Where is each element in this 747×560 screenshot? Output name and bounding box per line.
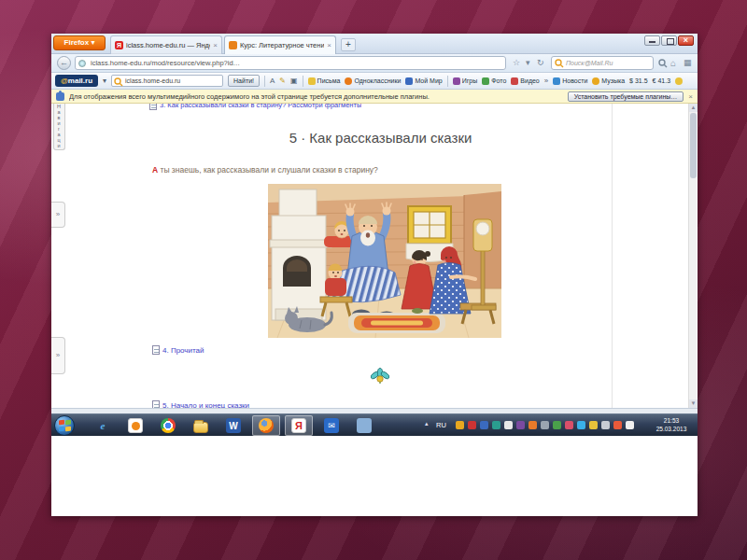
tray-icon[interactable] bbox=[601, 421, 610, 429]
language-indicator[interactable]: RU bbox=[436, 421, 446, 429]
scroll-down-icon[interactable]: ▼ bbox=[689, 399, 698, 408]
games-icon bbox=[453, 77, 460, 85]
lesson-link-3[interactable]: 3. Как рассказывали сказки в старину? Ра… bbox=[149, 104, 361, 111]
home-icon[interactable]: ⌂ bbox=[670, 57, 676, 69]
document-icon bbox=[149, 104, 157, 110]
question-rest: ты знаешь, как рассказывали и слушали ск… bbox=[158, 165, 378, 175]
taskbar-ie[interactable]: e bbox=[89, 415, 117, 436]
content-column-border bbox=[612, 104, 613, 408]
maximize-button[interactable] bbox=[661, 35, 677, 46]
close-button[interactable] bbox=[678, 35, 694, 46]
mailru-logo-text: mail.ru bbox=[68, 77, 92, 85]
chevron-down-icon[interactable]: ▾ bbox=[526, 57, 530, 69]
taskbar-mail[interactable]: ✉ bbox=[317, 415, 345, 436]
clock-date: 25.03.2013 bbox=[649, 425, 694, 433]
tray-icon[interactable] bbox=[492, 421, 500, 429]
separator bbox=[264, 76, 265, 87]
toolbar-item-moymir[interactable]: Мой Мир bbox=[405, 77, 442, 85]
usd-rate-label: $ 31.5 bbox=[629, 77, 647, 84]
more-icon[interactable]: » bbox=[544, 77, 548, 85]
tray-icon[interactable] bbox=[468, 421, 476, 429]
tab-course-page[interactable]: Курс: Литературное чтение. 3 класс… × bbox=[224, 35, 336, 54]
tab-yandex-search[interactable]: Я iclass.home-edu.ru — Яндекс: наш… × bbox=[110, 35, 222, 54]
back-icon[interactable]: ← bbox=[57, 56, 71, 70]
media-player-icon bbox=[128, 418, 143, 433]
taskbar-yandex[interactable]: Я bbox=[285, 415, 313, 436]
taskbar-firefox[interactable] bbox=[252, 415, 280, 436]
tray-icon[interactable] bbox=[613, 421, 622, 429]
tray-icon[interactable] bbox=[589, 421, 598, 429]
toolbar-item-letters[interactable]: Письма bbox=[308, 77, 341, 85]
scroll-up-icon[interactable]: ▲ bbox=[689, 104, 698, 112]
mailru-toolbar: @mail.ru ▾ iclass.home-edu.ru Найти! А ✎… bbox=[51, 73, 698, 90]
notification-text: Для отображения всего мультимедийного со… bbox=[69, 92, 563, 101]
eur-rate[interactable]: € 41.3 bbox=[653, 77, 670, 84]
flower-icon bbox=[371, 367, 389, 385]
windows-flag-icon bbox=[59, 420, 64, 426]
plugin-notification-bar: Для отображения всего мультимедийного со… bbox=[51, 90, 698, 104]
eur-rate-label: € 41.3 bbox=[653, 77, 670, 84]
vertical-scrollbar[interactable]: ▲ ▼ bbox=[688, 104, 697, 408]
toolbar-item-video[interactable]: Видео bbox=[511, 77, 539, 85]
go-search-icon[interactable] bbox=[658, 59, 668, 68]
close-icon[interactable]: × bbox=[688, 92, 693, 101]
panel-grid-icon[interactable]: ▦ bbox=[684, 57, 692, 69]
taskbar-chrome[interactable] bbox=[154, 415, 182, 436]
pencil-icon[interactable]: ✎ bbox=[279, 77, 286, 85]
bookmark-star-icon[interactable]: ☆ bbox=[513, 57, 520, 69]
toolbar-search-input[interactable]: iclass.home-edu.ru bbox=[111, 75, 223, 87]
show-hidden-icons[interactable]: ▴ bbox=[425, 420, 429, 427]
lesson-link-5[interactable]: 5. Начало и конец сказки bbox=[152, 400, 249, 408]
close-icon[interactable]: × bbox=[327, 41, 331, 49]
scrollbar-thumb[interactable] bbox=[690, 113, 697, 178]
url-text: iclass.home-edu.ru/mod/resource/view.php… bbox=[91, 59, 240, 67]
tray-icon[interactable] bbox=[529, 421, 537, 429]
find-button[interactable]: Найти! bbox=[228, 75, 260, 87]
minimize-button[interactable] bbox=[644, 35, 660, 46]
sidebar-expander[interactable]: » bbox=[51, 337, 65, 374]
lesson-link-4[interactable]: 4. Прочитай bbox=[152, 345, 204, 355]
tab-title: Курс: Литературное чтение. 3 класс… bbox=[240, 36, 324, 54]
taskbar-explorer[interactable] bbox=[187, 415, 215, 436]
toolbar-item-games[interactable]: Игры bbox=[453, 77, 478, 85]
url-bar[interactable]: iclass.home-edu.ru/mod/resource/view.php… bbox=[75, 56, 506, 70]
taskbar-app[interactable] bbox=[350, 415, 378, 436]
chevron-down-icon[interactable]: ▾ bbox=[103, 77, 106, 85]
mailru-logo[interactable]: @mail.ru bbox=[55, 75, 98, 87]
taskbar-media-player[interactable] bbox=[121, 415, 149, 436]
tray-icon[interactable] bbox=[456, 421, 464, 429]
tray-icon[interactable] bbox=[504, 421, 513, 429]
install-plugins-button[interactable]: Установить требуемые плагины… bbox=[568, 91, 684, 102]
separator bbox=[447, 76, 448, 87]
tray-icon[interactable] bbox=[577, 421, 585, 429]
tab-title: iclass.home-edu.ru — Яндекс: наш… bbox=[126, 36, 210, 54]
app-icon bbox=[357, 418, 372, 433]
toolbar-extra[interactable] bbox=[675, 77, 683, 85]
dock-navigation-tab[interactable]: Навигация bbox=[53, 104, 65, 150]
toolbar-item-photo[interactable]: Фото bbox=[482, 77, 506, 85]
taskbar-clock[interactable]: 21:53 25.03.2013 bbox=[649, 416, 694, 433]
tray-icon[interactable] bbox=[516, 421, 525, 429]
reload-icon[interactable]: ↻ bbox=[537, 57, 544, 69]
toolbar-item-odnoklassniki[interactable]: Одноклассники bbox=[345, 77, 401, 85]
globe-icon bbox=[78, 60, 86, 67]
toolbar-item-news[interactable]: Новости bbox=[553, 77, 587, 85]
tray-icon[interactable] bbox=[480, 421, 488, 429]
search-icon bbox=[555, 59, 564, 68]
firefox-menu-button[interactable]: Firefox ▾ bbox=[53, 35, 106, 50]
tray-icon[interactable] bbox=[553, 421, 561, 429]
sidebar-expander[interactable]: » bbox=[51, 202, 65, 228]
frame-icon[interactable]: ▣ bbox=[290, 77, 298, 85]
volume-icon[interactable] bbox=[626, 421, 634, 429]
yandex-favicon-icon: Я bbox=[115, 41, 123, 49]
tray-icon[interactable] bbox=[565, 421, 573, 429]
tray-icon[interactable] bbox=[541, 421, 549, 429]
font-tool-icon[interactable]: А bbox=[270, 77, 275, 85]
search-input[interactable]: Поиск@Mail.Ru bbox=[551, 56, 654, 70]
start-button[interactable] bbox=[54, 415, 75, 436]
toolbar-item-music[interactable]: Музыка bbox=[592, 77, 625, 85]
close-icon[interactable]: × bbox=[213, 41, 218, 49]
new-tab-button[interactable]: + bbox=[341, 38, 356, 51]
usd-rate[interactable]: $ 31.5 bbox=[629, 77, 647, 84]
taskbar-word[interactable]: W bbox=[219, 415, 247, 436]
